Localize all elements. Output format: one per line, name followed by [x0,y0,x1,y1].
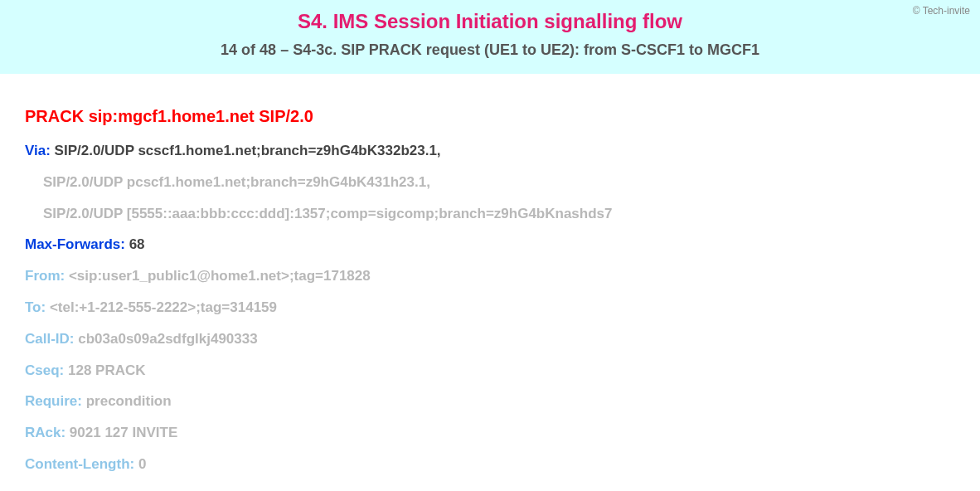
from-value: <sip:user1_public1@home1.net>;tag=171828 [69,268,371,284]
content-length-header: Content-Length: 0 [25,455,955,474]
header-banner: © Tech-invite S4. IMS Session Initiation… [0,0,980,74]
page-subtitle: 14 of 48 – S4-3c. SIP PRACK request (UE1… [8,41,972,59]
require-name: Require: [25,393,82,409]
page-title: S4. IMS Session Initiation signalling fl… [8,10,972,33]
sip-message-content: PRACK sip:mgcf1.home1.net SIP/2.0 Via: S… [0,74,980,491]
call-id-header: Call-ID: cb03a0s09a2sdfglkj490333 [25,329,955,349]
to-name: To: [25,299,46,315]
copyright-text: © Tech-invite [913,5,970,17]
cseq-header: Cseq: 128 PRACK [25,361,955,381]
to-value: <tel:+1-212-555-2222>;tag=314159 [50,299,277,315]
max-forwards-name: Max-Forwards: [25,236,125,252]
max-forwards-header: Max-Forwards: 68 [25,235,955,255]
content-length-value: 0 [138,456,146,472]
call-id-value: cb03a0s09a2sdfglkj490333 [78,331,257,347]
rack-header: RAck: 9021 127 INVITE [25,423,955,443]
sip-request-line: PRACK sip:mgcf1.home1.net SIP/2.0 [25,107,955,126]
cseq-name: Cseq: [25,362,64,378]
via-header-name: Via: [25,143,51,158]
cseq-value: 128 PRACK [68,362,146,378]
from-name: From: [25,268,65,284]
require-header: Require: precondition [25,391,955,411]
call-id-name: Call-ID: [25,331,75,347]
via-header-value-2: SIP/2.0/UDP pcscf1.home1.net;branch=z9hG… [43,173,955,192]
via-header-value-3: SIP/2.0/UDP [5555::aaa:bbb:ccc:ddd]:1357… [43,204,955,224]
to-header: To: <tel:+1-212-555-2222>;tag=314159 [25,298,955,318]
rack-value: 9021 127 INVITE [70,425,177,440]
max-forwards-value: 68 [129,236,145,252]
require-value: precondition [86,393,172,409]
via-header: Via: SIP/2.0/UDP scscf1.home1.net;branch… [25,141,955,161]
rack-name: RAck: [25,425,65,440]
from-header: From: <sip:user1_public1@home1.net>;tag=… [25,266,955,286]
content-length-name: Content-Length: [25,456,134,472]
via-header-value-1: SIP/2.0/UDP scscf1.home1.net;branch=z9hG… [55,143,441,158]
